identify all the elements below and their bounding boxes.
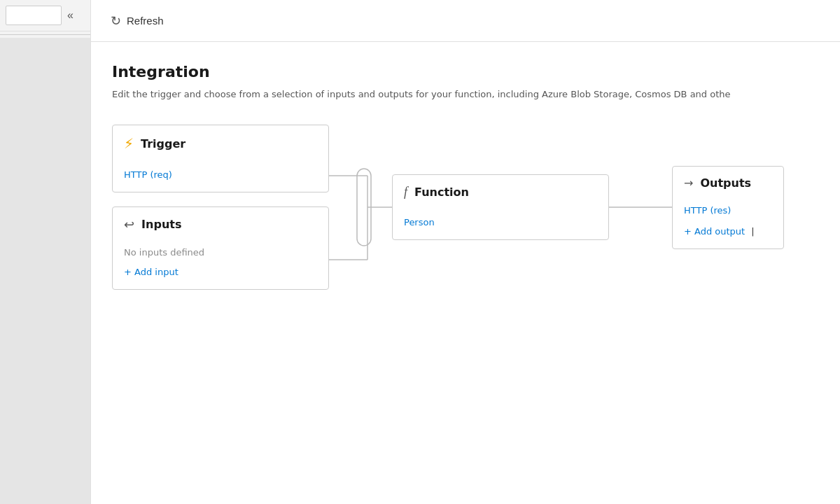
left-column: ⚡ Trigger HTTP (req) ↩ Inputs No inputs … [112,125,329,290]
outputs-card-title: Outputs [700,176,751,190]
outputs-card: → Outputs HTTP (res) + Add output | [672,166,784,249]
inputs-card-body: No inputs defined + Add input [113,240,328,289]
toolbar: ↻ Refresh [91,0,840,42]
main-content: ↻ Refresh Integration Edit the trigger a… [91,0,840,504]
inputs-card-title: Inputs [141,218,181,231]
page-title: Integration [112,63,819,80]
refresh-icon: ↻ [111,13,121,29]
trigger-card-header: ⚡ Trigger [113,125,328,160]
add-input-link[interactable]: + Add input [124,267,178,277]
right-connector-svg [609,186,672,228]
trigger-card-body: HTTP (req) [113,160,328,192]
function-icon: f [404,185,407,200]
add-output-link[interactable]: + Add output [684,226,745,237]
chevron-left-icon: « [67,9,74,21]
page-description: Edit the trigger and choose from a selec… [112,89,819,99]
sidebar-divider [0,34,90,35]
function-card-title: Function [414,186,469,199]
trigger-card-title: Trigger [141,137,186,150]
outputs-card-body: HTTP (res) + Add output | [673,198,783,248]
sidebar-item-area [0,38,90,504]
cursor-indicator: | [751,226,754,237]
trigger-icon: ⚡ [124,135,134,152]
content-area: Integration Edit the trigger and choose … [91,42,840,504]
trigger-card: ⚡ Trigger HTTP (req) [112,125,329,192]
function-card-body: Person [393,208,608,239]
sidebar: « [0,0,91,504]
refresh-button[interactable]: ↻ Refresh [105,10,169,31]
outputs-http-link[interactable]: HTTP (res) [684,205,772,216]
refresh-label: Refresh [127,15,164,27]
function-name-link[interactable]: Person [404,217,435,227]
outputs-card-header: → Outputs [673,167,783,198]
sidebar-search-input[interactable] [6,6,62,25]
function-card-header: f Function [393,175,608,208]
inputs-icon: ↩ [124,217,134,232]
outputs-icon: → [684,176,693,190]
inputs-card-header: ↩ Inputs [113,207,328,240]
integration-diagram: ⚡ Trigger HTTP (req) ↩ Inputs No inputs … [112,125,819,290]
no-inputs-text: No inputs defined [124,247,317,258]
sidebar-top: « [0,0,90,31]
trigger-http-link[interactable]: HTTP (req) [124,169,172,180]
function-card: f Function Person [392,174,609,240]
sidebar-collapse-button[interactable]: « [62,6,79,24]
inputs-card: ↩ Inputs No inputs defined + Add input [112,206,329,290]
left-connector-svg [329,137,392,277]
